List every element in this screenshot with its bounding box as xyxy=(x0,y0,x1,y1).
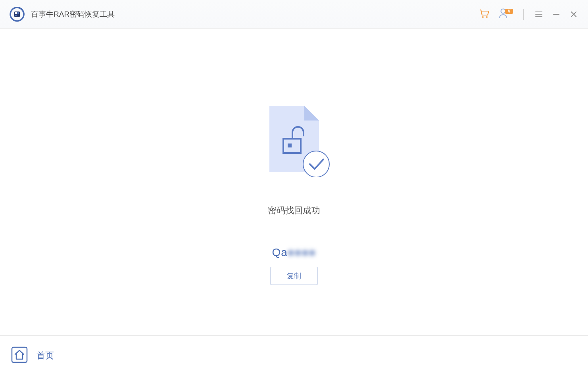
password-visible-part: Qa xyxy=(272,246,287,258)
menu-icon[interactable] xyxy=(534,10,544,19)
copy-button[interactable]: 复制 xyxy=(271,267,317,285)
svg-point-18 xyxy=(303,151,329,177)
app-header: 百事牛RAR密码恢复工具 V xyxy=(0,0,588,29)
header-left: 百事牛RAR密码恢复工具 xyxy=(10,7,115,22)
success-message: 密码找回成功 xyxy=(268,205,320,216)
cart-icon[interactable] xyxy=(478,8,490,21)
svg-rect-2 xyxy=(15,12,17,14)
file-unlocked-success-icon xyxy=(257,104,331,179)
svg-point-5 xyxy=(482,16,484,18)
minimize-icon[interactable] xyxy=(551,10,561,19)
password-hidden-part: ●●●● xyxy=(288,246,316,259)
svg-rect-3 xyxy=(17,12,19,14)
app-title: 百事牛RAR密码恢复工具 xyxy=(31,9,115,19)
recovered-password: Qa●●●● xyxy=(272,246,316,259)
user-vip-icon[interactable]: V xyxy=(498,8,513,21)
main-content: 密码找回成功 Qa●●●● 复制 xyxy=(0,29,588,310)
home-label[interactable]: 首页 xyxy=(37,350,54,362)
header-right: V xyxy=(478,8,578,21)
svg-point-6 xyxy=(486,16,488,18)
svg-rect-4 xyxy=(15,15,17,16)
home-icon[interactable] xyxy=(11,346,28,365)
svg-text:V: V xyxy=(508,9,511,13)
svg-rect-17 xyxy=(288,143,292,147)
close-icon[interactable] xyxy=(569,10,578,19)
app-logo xyxy=(10,7,25,22)
svg-point-7 xyxy=(501,9,505,13)
svg-rect-19 xyxy=(12,347,27,362)
app-footer: 首页 xyxy=(0,335,588,375)
header-divider xyxy=(523,9,524,20)
